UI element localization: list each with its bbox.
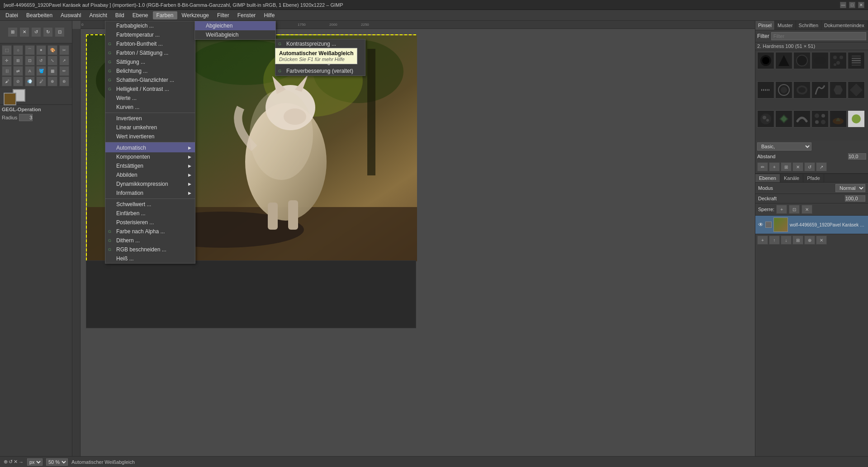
menu-saettigung[interactable]: GSättigung ... — [105, 57, 195, 66]
submenu-abgleichen[interactable]: Abgleichen — [195, 21, 275, 30]
menu-entsaettigen[interactable]: Entsättigen▶ — [105, 161, 195, 170]
tool-heal[interactable]: ⊕ — [47, 76, 57, 86]
menu-information[interactable]: Information▶ — [105, 189, 195, 198]
menu-ebene[interactable]: Ebene — [129, 11, 152, 19]
brush-item-15[interactable] — [793, 110, 811, 127]
menu-schwellwert[interactable]: Schwellwert ... — [105, 198, 195, 209]
brush-item-2[interactable] — [775, 52, 792, 69]
lock-pixels-btn[interactable]: ⊡ — [789, 205, 800, 214]
brush-item-1[interactable] — [757, 52, 774, 69]
menu-ansicht[interactable]: Ansicht — [85, 11, 110, 19]
brush-item-5[interactable] — [830, 52, 847, 69]
tool-icon-3[interactable]: ↺ — [31, 27, 41, 37]
tool-flip[interactable]: ⇄ — [13, 66, 23, 76]
menu-filter[interactable]: Filter — [213, 11, 233, 19]
brush-item-8[interactable] — [775, 81, 792, 99]
submenu-farbverbesserung[interactable]: GFarbverbesserung — [275, 57, 365, 66]
opacity-value[interactable] — [845, 195, 865, 202]
menu-belichtung[interactable]: GBelichtung ... — [105, 66, 195, 75]
layer-merge-btn[interactable]: ⊕ — [804, 236, 815, 245]
lock-position-btn[interactable]: + — [776, 205, 787, 214]
tool-eraser[interactable]: ⊘ — [13, 76, 23, 86]
abstand-value[interactable] — [848, 153, 866, 160]
brush-item-6[interactable] — [848, 52, 865, 69]
tab-ebenen[interactable]: Ebenen — [755, 174, 780, 182]
submenu-kontrastspreizung-hsv[interactable]: GKontrastspreizung (HSV... — [275, 48, 365, 57]
tab-schriften[interactable]: Schriften — [796, 21, 821, 30]
menu-komponenten[interactable]: Komponenten▶ — [105, 152, 195, 161]
tool-clone[interactable]: ⊛ — [59, 76, 69, 86]
tab-muster[interactable]: Muster — [775, 21, 796, 30]
layer-raise-btn[interactable]: ↑ — [769, 236, 780, 245]
brush-delete-btn[interactable]: ✕ — [792, 162, 803, 171]
tool-icon-5[interactable]: ⊡ — [55, 27, 65, 37]
tool-crop[interactable]: ⊡ — [25, 56, 35, 66]
layer-lower-btn[interactable]: ↓ — [781, 236, 792, 245]
tool-rect-select[interactable]: ⬚ — [2, 45, 12, 55]
tool-brush[interactable]: 🖌 — [2, 76, 12, 86]
tool-airbrush[interactable]: 💨 — [25, 76, 35, 86]
menu-dynamikkompression[interactable]: Dynamikkompression▶ — [105, 179, 195, 189]
brush-more-btn[interactable]: ↗ — [816, 162, 827, 171]
tab-pfade[interactable]: Pfade — [803, 174, 824, 182]
menu-linear-umkehren[interactable]: Linear umkehren — [105, 123, 195, 132]
menu-automatisch[interactable]: Automatisch▶ — [105, 142, 195, 152]
brush-item-7[interactable] — [757, 81, 774, 99]
tool-scissors[interactable]: ✂ — [59, 45, 69, 55]
menu-schatten-glanzlichter[interactable]: GSchatten-Glanzlichter ... — [105, 75, 195, 85]
menu-fenster[interactable]: Fenster — [234, 11, 260, 19]
tool-perspective[interactable]: ⌸ — [2, 66, 12, 76]
menu-farben[interactable]: Farben — [153, 11, 177, 19]
tool-gradient[interactable]: ▦ — [47, 66, 57, 76]
menu-invertieren[interactable]: Invertieren — [105, 113, 195, 123]
brush-item-11[interactable] — [830, 81, 847, 99]
menu-hilfe[interactable]: Hilfe — [260, 11, 278, 19]
brush-copy-btn[interactable]: ⊞ — [781, 162, 792, 171]
mode-select-dropdown[interactable]: Normal — [835, 184, 865, 192]
tool-color-select[interactable]: 🎨 — [47, 45, 57, 55]
menu-bearbeiten[interactable]: Bearbeiten — [23, 11, 56, 19]
maximize-button[interactable]: □ — [849, 2, 855, 8]
menu-einfarben[interactable]: Einfärben ... — [105, 209, 195, 218]
menu-farbtemperatur[interactable]: Farbtemperatur ... — [105, 30, 195, 39]
tool-bucket[interactable]: 🪣 — [36, 66, 46, 76]
tool-align[interactable]: ⊞ — [13, 56, 23, 66]
brush-new-btn[interactable]: + — [769, 162, 780, 171]
menu-wert-invertieren[interactable]: Wert invertieren — [105, 132, 195, 141]
tool-pencil[interactable]: ✏ — [59, 66, 69, 76]
menu-farbabgleich[interactable]: Farbabgleich ... — [105, 21, 195, 30]
tool-move[interactable]: ✛ — [2, 56, 12, 66]
brush-edit-btn[interactable]: ✏ — [757, 162, 768, 171]
tool-icon-4[interactable]: ↻ — [43, 27, 53, 37]
zoom-select[interactable]: 50 % — [46, 458, 68, 466]
brush-item-10[interactable] — [811, 81, 829, 99]
layer-delete-btn[interactable]: ✕ — [816, 236, 827, 245]
menu-posterisieren[interactable]: Posterisieren ... — [105, 218, 195, 227]
menu-heiss[interactable]: Heiß ... — [105, 254, 195, 263]
menu-auswahl[interactable]: Auswahl — [57, 11, 85, 19]
brush-item-18[interactable] — [848, 110, 865, 127]
close-button[interactable]: ✕ — [858, 2, 864, 8]
brush-refresh-btn[interactable]: ↺ — [804, 162, 815, 171]
lock-alpha-btn[interactable]: ✕ — [802, 205, 812, 214]
menu-werte[interactable]: Werte ... — [105, 94, 195, 103]
submenu-weissabgleich[interactable]: Weißabgleich — [195, 30, 275, 39]
radius-input[interactable] — [19, 114, 33, 121]
menu-werkzeuge[interactable]: Werkzeuge — [178, 11, 213, 19]
brush-item-3[interactable] — [793, 52, 811, 69]
tool-text[interactable]: A — [25, 66, 35, 76]
submenu-farbverbesserung-veraltet[interactable]: GFarbverbesserung (veraltet) — [275, 66, 365, 75]
tool-scale[interactable]: ⤡ — [47, 56, 57, 66]
zoom-unit-select[interactable]: px — [27, 458, 43, 466]
brush-item-17[interactable] — [830, 110, 847, 127]
brush-item-4[interactable] — [811, 52, 829, 69]
tool-free-select[interactable]: ⌒ — [25, 45, 35, 55]
menu-helligkeit-kontrast[interactable]: GHelligkeit / Kontrast ... — [105, 85, 195, 94]
tool-icon-2[interactable]: ✕ — [19, 27, 29, 37]
tab-pinsel[interactable]: Pinsel — [755, 21, 775, 30]
brush-item-16[interactable] — [811, 110, 829, 127]
minimize-button[interactable]: — — [840, 2, 846, 8]
menu-datei[interactable]: Datei — [2, 11, 22, 19]
brush-item-13[interactable] — [757, 110, 774, 127]
menu-kurven[interactable]: Kurven ... — [105, 103, 195, 112]
